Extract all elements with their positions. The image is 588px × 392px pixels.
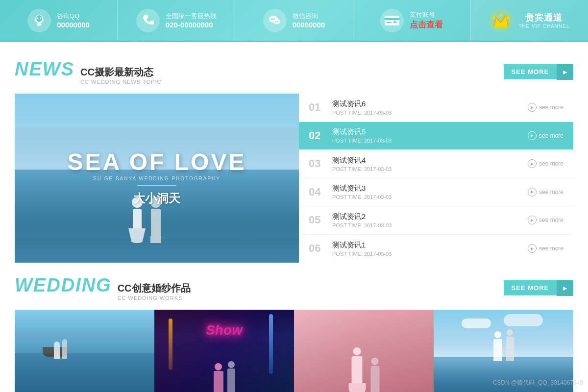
- news-title-2: 测试资讯5: [332, 127, 528, 137]
- svg-point-21: [506, 16, 509, 19]
- payment-item[interactable]: 支付账号 点击查看: [353, 0, 471, 41]
- wedding-section-header: WEDDING CC创意婚纱作品 CC WEDDING WORKS SEE MO…: [15, 275, 573, 301]
- svg-point-3: [40, 17, 42, 19]
- news-see-more-4[interactable]: ▶ see more: [528, 188, 564, 196]
- payment-icon: [380, 9, 404, 32]
- wedding-title-cn: CC创意婚纱作品: [118, 283, 191, 294]
- news-num-4: 04: [309, 186, 328, 198]
- play-icon-6: ▶: [528, 244, 537, 253]
- wechat-value: 00000000: [293, 21, 325, 29]
- news-time-5: POST TIME: 2017-03-03: [332, 222, 528, 228]
- news-item-2[interactable]: 02 测试资讯5 POST TIME: 2017-03-03 ▶ see mor…: [299, 122, 573, 150]
- play-icon-2: ▶: [528, 131, 537, 140]
- svg-point-11: [275, 21, 276, 22]
- svg-point-8: [271, 18, 272, 20]
- hotline-label: 全国统一客服热线: [166, 12, 217, 21]
- wedding-see-more-label[interactable]: SEE MORE: [504, 280, 557, 295]
- featured-cn-title: 大小洞天: [68, 191, 246, 206]
- wedding-photo-1[interactable]: [15, 310, 154, 392]
- vip-item[interactable]: 贵宾通道 THE VIP CHANNEL: [471, 0, 588, 41]
- wechat-icon: [263, 9, 287, 32]
- news-title-1: 测试资讯6: [332, 99, 528, 109]
- wedding-see-more-btn[interactable]: SEE MORE ►: [504, 280, 573, 296]
- news-item-5[interactable]: 05 测试资讯2 POST TIME: 2017-03-03 ▶ see mor…: [299, 206, 573, 235]
- payment-label: 支付账号: [410, 10, 443, 19]
- news-see-more-label[interactable]: SEE MORE: [504, 64, 557, 79]
- hotline-value: 020-00000000: [166, 21, 217, 29]
- news-title-cn: CC摄影最新动态: [80, 67, 153, 77]
- wedding-photo-3[interactable]: [294, 310, 434, 392]
- svg-point-6: [37, 23, 42, 26]
- hotline-item[interactable]: 全国统一客服热线 020-00000000: [118, 0, 235, 41]
- news-title-block: NEWS CC摄影最新动态 CC WEDDING NEWS TOPIC: [15, 59, 161, 85]
- hotline-icon: [136, 9, 160, 32]
- vip-subtitle: THE VIP CHANNEL: [518, 24, 569, 29]
- svg-point-12: [277, 21, 278, 22]
- news-item-3[interactable]: 03 测试资讯4 POST TIME: 2017-03-03 ▶ see mor…: [299, 150, 573, 178]
- play-icon-5: ▶: [528, 216, 537, 224]
- news-content: SEA OF LOVE SU GE SANYA WEDDING PHOTOGRA…: [15, 94, 573, 263]
- wedding-see-more-arrow[interactable]: ►: [557, 280, 573, 296]
- svg-point-10: [273, 19, 280, 24]
- svg-rect-15: [387, 22, 392, 23]
- news-item-1[interactable]: 01 测试资讯6 POST TIME: 2017-03-03 ▶ see mor…: [299, 94, 573, 122]
- svg-point-22: [499, 14, 502, 17]
- svg-point-2: [37, 17, 39, 19]
- news-list: 01 测试资讯6 POST TIME: 2017-03-03 ▶ see mor…: [299, 94, 573, 263]
- svg-point-5: [42, 19, 44, 22]
- news-featured-image[interactable]: SEA OF LOVE SU GE SANYA WEDDING PHOTOGRA…: [15, 94, 299, 263]
- svg-rect-14: [385, 18, 399, 20]
- qq-item[interactable]: 咨询QQ 00000000: [0, 0, 118, 41]
- news-title-4: 测试资讯3: [332, 184, 528, 193]
- news-num-3: 03: [309, 157, 328, 170]
- news-see-more-btn[interactable]: SEE MORE ►: [504, 64, 573, 80]
- news-time-1: POST TIME: 2017-03-03: [332, 110, 528, 116]
- svg-point-20: [492, 16, 495, 19]
- wedding-title-block: WEDDING CC创意婚纱作品 CC WEDDING WORKS: [15, 275, 191, 301]
- news-time-2: POST TIME: 2017-03-03: [332, 138, 528, 144]
- news-title-en: NEWS: [15, 59, 74, 80]
- play-icon-3: ▶: [528, 159, 537, 168]
- svg-rect-19: [494, 25, 508, 27]
- news-item-4[interactable]: 04 测试资讯3 POST TIME: 2017-03-03 ▶ see mor…: [299, 178, 573, 207]
- wedding-photos: Show: [15, 310, 573, 392]
- featured-title-line1: SEA OF LOVE: [68, 150, 246, 174]
- news-time-3: POST TIME: 2017-03-03: [332, 166, 528, 172]
- wedding-title-en: WEDDING: [15, 275, 112, 296]
- news-see-more-3[interactable]: ▶ see more: [528, 159, 564, 168]
- svg-point-4: [35, 19, 37, 22]
- news-num-5: 05: [309, 214, 328, 226]
- main-content: NEWS CC摄影最新动态 CC WEDDING NEWS TOPIC SEE …: [0, 42, 588, 392]
- news-see-more-5[interactable]: ▶ see more: [528, 216, 564, 224]
- news-title-sub: CC WEDDING NEWS TOPIC: [80, 79, 161, 85]
- news-see-more-1[interactable]: ▶ see more: [528, 103, 564, 112]
- news-title-3: 测试资讯4: [332, 156, 528, 165]
- news-item-6[interactable]: 06 测试资讯1 POST TIME: 2017-03-03 ▶ see mor…: [299, 235, 573, 263]
- wechat-item[interactable]: 微信咨询 00000000: [235, 0, 353, 41]
- news-title-5: 测试资讯2: [332, 212, 528, 221]
- qq-label: 咨询QQ: [57, 12, 90, 21]
- news-section-header: NEWS CC摄影最新动态 CC WEDDING NEWS TOPIC SEE …: [15, 59, 573, 85]
- news-see-more-arrow[interactable]: ►: [557, 64, 573, 80]
- featured-subtitle: SU GE SANYA WEDDING PHOTOGRAPHY: [68, 176, 246, 181]
- qq-value: 00000000: [57, 21, 90, 29]
- wechat-label: 微信咨询: [293, 12, 325, 21]
- qq-icon: [27, 9, 51, 32]
- wedding-photo-2[interactable]: Show: [154, 310, 294, 392]
- svg-rect-16: [393, 22, 396, 23]
- svg-rect-13: [385, 16, 399, 25]
- news-time-6: POST TIME: 2017-03-03: [332, 251, 528, 257]
- vip-title: 贵宾通道: [518, 12, 569, 24]
- svg-rect-17: [393, 21, 396, 22]
- watermark: CSDN @猿代码_QQ_3014067949: [493, 379, 583, 387]
- play-icon-1: ▶: [528, 103, 537, 112]
- news-num-6: 06: [309, 242, 328, 255]
- news-see-more-2[interactable]: ▶ see more: [528, 131, 564, 140]
- news-num-2: 02: [309, 129, 328, 142]
- news-see-more-6[interactable]: ▶ see more: [528, 244, 564, 253]
- play-icon-4: ▶: [528, 188, 537, 196]
- wedding-title-sub: CC WEDDING WORKS: [118, 295, 191, 301]
- svg-marker-18: [494, 16, 508, 26]
- payment-value: 点击查看: [410, 19, 443, 30]
- news-num-1: 01: [309, 101, 328, 114]
